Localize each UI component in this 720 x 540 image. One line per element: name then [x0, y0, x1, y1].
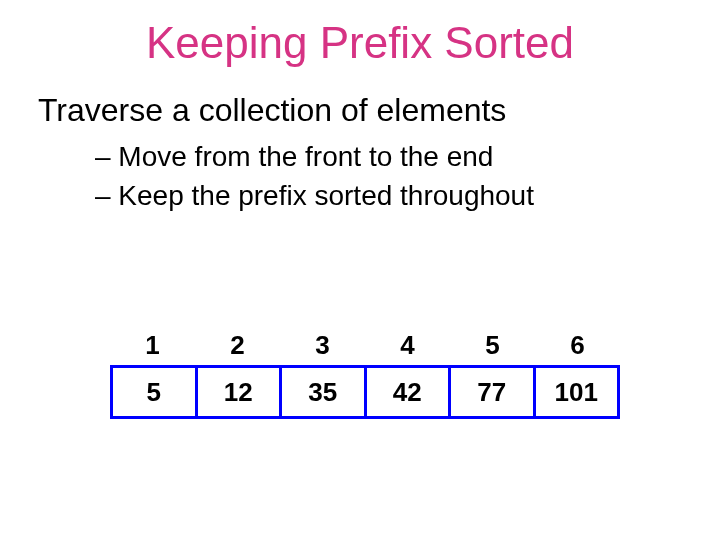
array-index: 3 [280, 330, 365, 361]
array-cell: 77 [451, 368, 536, 416]
array-index: 1 [110, 330, 195, 361]
array-index: 2 [195, 330, 280, 361]
array-cells-row: 5 12 35 42 77 101 [110, 365, 620, 419]
array-diagram: 1 2 3 4 5 6 5 12 35 42 77 101 [110, 330, 620, 419]
slide-subtitle: Traverse a collection of elements [38, 92, 720, 129]
array-index: 6 [535, 330, 620, 361]
bullet-list: – Move from the front to the end – Keep … [95, 137, 720, 215]
array-cell: 101 [536, 368, 618, 416]
array-cell: 12 [198, 368, 283, 416]
array-cell: 5 [113, 368, 198, 416]
bullet-item: – Keep the prefix sorted throughout [95, 176, 720, 215]
array-index: 4 [365, 330, 450, 361]
array-cell: 42 [367, 368, 452, 416]
array-cell: 35 [282, 368, 367, 416]
bullet-item: – Move from the front to the end [95, 137, 720, 176]
array-index: 5 [450, 330, 535, 361]
slide-title: Keeping Prefix Sorted [0, 18, 720, 68]
array-indices-row: 1 2 3 4 5 6 [110, 330, 620, 361]
